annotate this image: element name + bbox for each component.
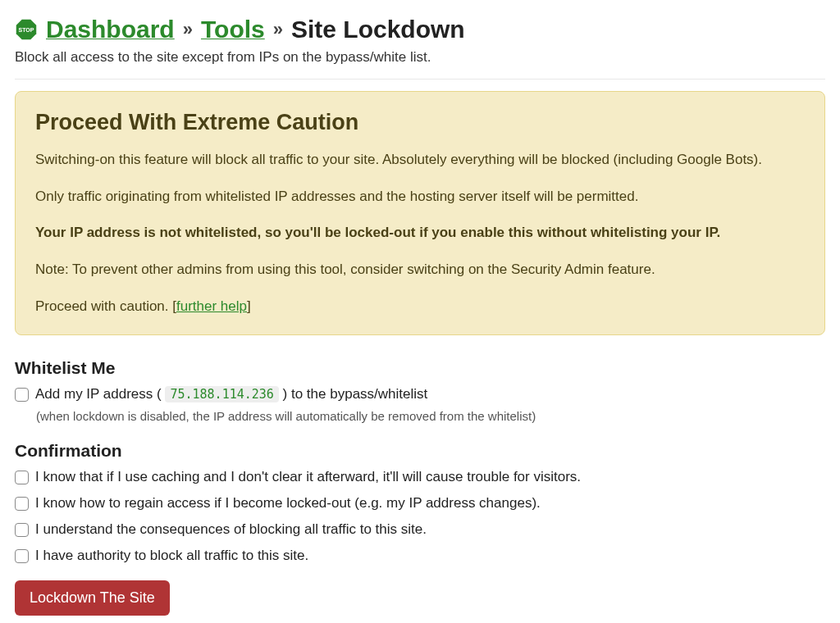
confirmation-row: I understand the consequences of blockin…: [15, 521, 825, 538]
whitelist-note: (when lockdown is disabled, the IP addre…: [36, 409, 825, 423]
whitelist-me-label[interactable]: Add my IP address ( 75.188.114.236 ) to …: [35, 386, 427, 402]
confirmation-row: I know how to regain access if I become …: [15, 495, 825, 512]
svg-text:STOP: STOP: [19, 27, 34, 33]
confirmation-label-2[interactable]: I know how to regain access if I become …: [35, 495, 541, 512]
confirmation-label-3[interactable]: I understand the consequences of blockin…: [35, 521, 427, 538]
breadcrumb-tools-link[interactable]: Tools: [201, 15, 265, 44]
confirmation-row: I know that if I use caching and I don't…: [15, 469, 825, 485]
warning-text-5-prefix: Proceed with caution. [: [35, 298, 176, 314]
confirmation-section: Confirmation I know that if I use cachin…: [15, 441, 825, 564]
confirmation-checkbox-3[interactable]: [15, 523, 29, 537]
confirmation-label-1[interactable]: I know that if I use caching and I don't…: [35, 469, 581, 485]
confirmation-label-4[interactable]: I have authority to block all traffic to…: [35, 548, 308, 564]
breadcrumb-separator: »: [273, 19, 283, 40]
lockdown-button[interactable]: Lockdown The Site: [15, 580, 170, 616]
breadcrumb-dashboard-link[interactable]: Dashboard: [46, 15, 175, 44]
whitelist-label-suffix: ) to the bypass/whitelist: [279, 386, 427, 402]
breadcrumb-current: Site Lockdown: [291, 15, 465, 44]
confirmation-checkbox-2[interactable]: [15, 497, 29, 511]
breadcrumb-separator: »: [183, 19, 193, 40]
warning-text-3: Your IP address is not whitelisted, so y…: [35, 223, 805, 243]
warning-title: Proceed With Extreme Caution: [35, 110, 805, 135]
warning-panel: Proceed With Extreme Caution Switching-o…: [15, 91, 825, 335]
breadcrumb: STOP Dashboard » Tools » Site Lockdown: [15, 15, 825, 44]
warning-text-1: Switching-on this feature will block all…: [35, 150, 805, 171]
confirmation-row: I have authority to block all traffic to…: [15, 548, 825, 564]
confirmation-heading: Confirmation: [15, 441, 825, 461]
stop-icon: STOP: [15, 18, 38, 41]
warning-text-5-suffix: ]: [247, 298, 251, 314]
confirmation-checkbox-1[interactable]: [15, 471, 29, 484]
whitelist-heading: Whitelist Me: [15, 358, 825, 378]
whitelist-ip-value: 75.188.114.236: [165, 386, 278, 402]
whitelist-me-row: Add my IP address ( 75.188.114.236 ) to …: [15, 386, 825, 402]
warning-text-2: Only traffic originating from whiteliste…: [35, 187, 805, 207]
warning-text-4: Note: To prevent other admins from using…: [35, 260, 805, 280]
divider: [15, 79, 825, 80]
whitelist-label-prefix: Add my IP address (: [35, 386, 165, 402]
further-help-link[interactable]: further help: [176, 298, 247, 314]
page-subheading: Block all access to the site except from…: [15, 49, 825, 66]
warning-text-5: Proceed with caution. [further help]: [35, 297, 805, 317]
whitelist-me-checkbox[interactable]: [15, 388, 29, 402]
confirmation-checkbox-4[interactable]: [15, 549, 29, 563]
